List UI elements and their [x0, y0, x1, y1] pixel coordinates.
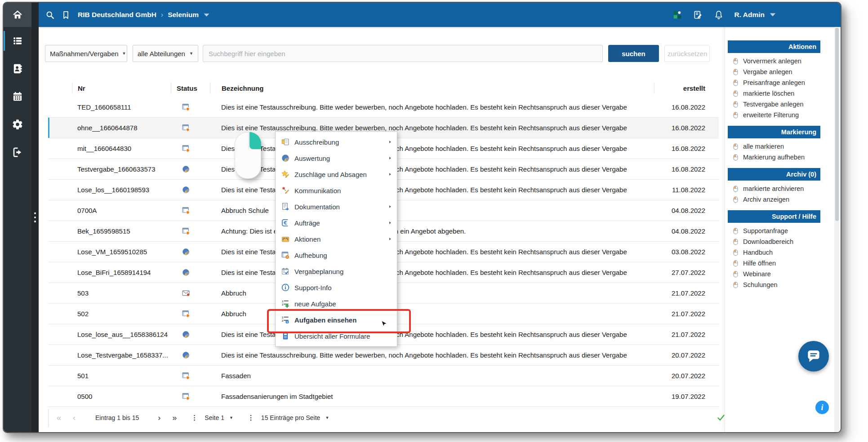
sidebar-item-home[interactable] [4, 3, 31, 27]
cell-status [171, 165, 210, 173]
search-button[interactable]: suchen [608, 45, 659, 62]
chevron-down-icon[interactable] [202, 10, 211, 20]
type-dropdown[interactable]: Maßnahmen/Vergaben ▼ [45, 45, 127, 62]
column-header-nr[interactable]: Nr [72, 82, 171, 94]
scrollbar-thumb[interactable] [835, 28, 839, 221]
cell-nr: Lose_Testvergabe_1658337... [72, 351, 171, 359]
more-options-dots-icon[interactable] [31, 3, 39, 432]
table-row[interactable]: 501Fassaden20.07.2022 [48, 366, 719, 386]
panel-action-label: Testvergabe anlegen [743, 101, 804, 108]
cell-erstellt: 16.08.2022 [654, 145, 719, 152]
table-row[interactable]: Lose_Testvergabe_1658337...Dies ist eine… [48, 345, 719, 366]
user-menu[interactable]: R. Admin [734, 10, 778, 20]
cell-nr: Testvergabe_1660633573 [72, 165, 171, 173]
cell-nr: 0500 [72, 393, 171, 400]
cell-nr: Lose_VM_1659510285 [72, 248, 171, 256]
next-page-button[interactable]: › [158, 413, 160, 423]
panel-action-item[interactable]: Handbuch [725, 247, 834, 258]
cell-status [171, 145, 210, 152]
chevron-down-icon[interactable]: ▼ [229, 415, 233, 420]
user-name: R. Admin [734, 11, 765, 19]
reset-button[interactable]: zurücksetzen [664, 45, 710, 62]
panel-action-item[interactable]: alle markieren [725, 141, 834, 152]
logout-icon [12, 146, 23, 158]
sidebar-item-contacts[interactable] [4, 55, 31, 83]
panel-action-item[interactable]: Webinare [725, 269, 834, 279]
panel-action-item[interactable]: Supportanfrage [725, 225, 834, 236]
submenu-caret-icon [388, 156, 392, 160]
context-menu-item[interactable]: Dokumentation [276, 199, 397, 215]
sidebar-item-calendar[interactable] [4, 83, 31, 110]
prev-page-button[interactable]: ‹ [73, 413, 76, 423]
context-menu-item[interactable]: Ausschreibung [276, 134, 397, 150]
cell-status [171, 227, 210, 235]
panel-section-header: Support / Hilfe [728, 210, 820, 223]
context-menu-item[interactable]: Aktionen [276, 231, 397, 247]
panel-action-item[interactable]: Vergabe anlegen [725, 66, 834, 77]
sidebar-item-settings[interactable] [4, 110, 31, 138]
page-menu-dots-icon[interactable]: ⋮ [191, 414, 198, 422]
panel-action-item[interactable]: Schulungen [725, 279, 834, 290]
department-dropdown[interactable]: alle Abteilungen ▼ [133, 45, 198, 62]
bell-icon[interactable] [714, 10, 724, 20]
context-menu-item[interactable]: Zuschläge und Absagen [276, 166, 397, 182]
panel-action-item[interactable]: Preisanfrage anlegen [725, 77, 834, 88]
bookmark-icon[interactable] [61, 10, 71, 20]
svg-text:2: 2 [282, 303, 284, 306]
panel-action-item[interactable]: Hilfe öffnen [725, 258, 834, 269]
mouse-icon [732, 228, 739, 234]
chevron-down-icon[interactable]: ▼ [325, 415, 329, 420]
cell-status [171, 124, 210, 132]
column-header-status[interactable]: Status [171, 82, 210, 94]
context-menu-item[interactable]: €Aufträge [276, 215, 397, 231]
scrollbar[interactable] [834, 27, 840, 432]
mouse-split-line [248, 133, 249, 150]
mouse-icon [732, 58, 739, 65]
search-icon[interactable] [45, 10, 55, 20]
context-menu-item[interactable]: 1Vergabeplanung [276, 263, 397, 279]
table-row[interactable]: 0500Fassadensanierungen im Stadtgebiet19… [48, 386, 719, 407]
panel-action-item[interactable]: markierte löschen [725, 88, 834, 99]
cell-erstellt: 21.07.2022 [654, 310, 719, 318]
sidebar-item-logout[interactable] [4, 138, 31, 166]
mail-icon [182, 289, 190, 297]
note-edit-icon[interactable] [693, 10, 703, 20]
last-page-button[interactable]: » [172, 413, 177, 423]
panel-action-label: Markierung aufheben [743, 154, 805, 161]
context-menu-item[interactable]: Support-Info [276, 279, 397, 296]
sidebar-item-list[interactable] [4, 27, 31, 55]
apps-grid-icon[interactable] [672, 10, 682, 20]
panel-action-item[interactable]: Testvergabe anlegen [725, 99, 834, 110]
panel-action-item[interactable]: Downloadbereich [725, 236, 834, 247]
page-select[interactable]: Seite 1 [205, 414, 224, 421]
info-button[interactable]: i [815, 401, 829, 414]
cell-erstellt: 20.07.2022 [654, 372, 719, 380]
column-header-erstellt[interactable]: erstellt [654, 82, 719, 94]
context-menu-item[interactable]: Auswertung [276, 150, 397, 166]
breadcrumb-company[interactable]: RIB Deutschland GmbH [78, 11, 156, 19]
topbar-right: R. Admin [672, 3, 778, 27]
panel-action-item[interactable]: Vorvermerk anlegen [725, 56, 834, 66]
chat-support-button[interactable] [798, 341, 829, 371]
first-page-button[interactable]: « [57, 413, 61, 423]
panel-action-label: alle markieren [743, 143, 784, 150]
cell-status [171, 372, 210, 380]
column-header-bezeichnung[interactable]: Bezeichnung [210, 82, 654, 94]
breadcrumb-project[interactable]: Selenium [168, 11, 199, 19]
panel-action-item[interactable]: markierte archivieren [725, 183, 834, 194]
panel-action-label: Supportanfrage [743, 227, 788, 234]
panel-action-label: Preisanfrage anlegen [743, 79, 805, 86]
table-row[interactable]: TED_1660658111Dies ist eine Testausschre… [48, 97, 719, 118]
pie-chart-icon [182, 186, 190, 194]
panel-action-item[interactable]: erweiterte Filterung [725, 110, 834, 120]
panel-action-item[interactable]: Archiv anzeigen [725, 194, 834, 205]
search-input[interactable] [203, 45, 603, 62]
per-page-select[interactable]: 15 Einträge pro Seite [261, 414, 320, 421]
panel-action-item[interactable]: Markierung aufheben [725, 152, 834, 163]
cell-bezeichnung: Dies ist eine Testausschreibung. Bitte w… [210, 103, 654, 111]
panel-section-header: Archiv (0) [728, 168, 820, 181]
info-circle-icon [281, 283, 289, 292]
context-menu-item[interactable]: Aufhebung [276, 247, 397, 263]
context-menu-item[interactable]: Kommunikation [276, 182, 397, 199]
per-page-menu-dots-icon[interactable]: ⋮ [248, 414, 254, 422]
